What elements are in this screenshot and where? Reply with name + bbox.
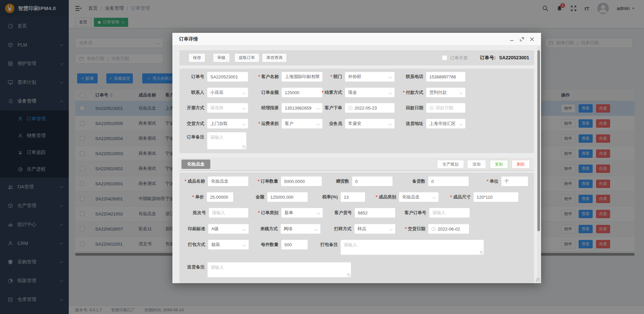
order-qty-input[interactable]: 5000.0000 xyxy=(281,176,322,186)
ship-address-select[interactable]: 上海市徐汇区 xyxy=(426,119,466,129)
field-department: 部门外协部 xyxy=(315,72,395,82)
settle-method-select[interactable]: 现金 xyxy=(345,87,395,98)
per-qty-input[interactable]: 500 xyxy=(281,240,308,250)
field-ship-remark: 送货备注请输入 xyxy=(178,262,351,277)
tax-rate-input[interactable]: 13 xyxy=(340,192,365,202)
delivery-method-select[interactable]: 上门自取 xyxy=(207,119,248,129)
salesman-select[interactable]: 常康安 xyxy=(345,119,395,129)
field-settle-method: 结算方式现金 xyxy=(315,87,395,98)
refund-date-picker[interactable]: 回款日期 xyxy=(426,103,466,113)
modal-scrollbar-thumb[interactable] xyxy=(537,50,540,231)
unit-input[interactable]: 个 xyxy=(501,176,528,186)
customer-order-date-picker[interactable]: 2022-05-23 xyxy=(345,103,395,113)
field-refund-date: 回款日期回款日期 xyxy=(396,103,466,113)
proof-method-select[interactable]: 样品 xyxy=(354,224,395,234)
customer-item-no-input[interactable]: 6652 xyxy=(355,208,395,218)
modal-resize-handle[interactable] xyxy=(536,278,540,282)
delivery-date-picker[interactable]: 2022-06-02 xyxy=(428,224,469,234)
product-tab[interactable]: 化妆品盒 xyxy=(181,160,210,169)
field-delivery-date: 交货日期2022-06-02 xyxy=(398,224,469,234)
order-no-value: SA220523001 xyxy=(499,50,529,65)
invoice-type-select[interactable]: 请选择 xyxy=(207,103,248,113)
product-size-input[interactable]: 120*110 xyxy=(473,192,519,202)
field-freight-bearer: 运费承担客户 xyxy=(252,119,323,129)
chevron-down-icon xyxy=(315,227,318,231)
field-salesman: 业务员常康安 xyxy=(315,119,395,129)
field-delivery-method: 交货方式上门自取 xyxy=(177,119,248,129)
production-plan-button[interactable]: 生产规划 xyxy=(437,160,464,169)
pack-method-select[interactable]: 箱装 xyxy=(208,240,249,250)
field-manager-assign: 经理指派13513982659 xyxy=(252,103,323,113)
modal-body: 保存 审核 提取订单 库存查询 订单开票 订单号: SA220523001 订单… xyxy=(172,46,541,283)
unit-price-input[interactable]: 25.00000 xyxy=(207,192,233,202)
audit-button[interactable]: 审核 xyxy=(213,53,230,62)
add-product-button[interactable]: 添加 xyxy=(467,160,486,169)
product-form-panel: 成品名称化妆品盒 订单数量5000.0000 赠货数0 备货数0 单位个 单价2… xyxy=(179,173,534,283)
chevron-down-icon xyxy=(242,122,246,125)
field-customer-order-date: 客户下单2022-05-23 xyxy=(315,103,395,113)
field-per-qty: 每件数量500 xyxy=(252,240,308,250)
chevron-down-icon xyxy=(243,243,246,246)
field-order-amount: 订单金额125000 xyxy=(252,87,323,98)
chevron-down-icon xyxy=(317,211,320,214)
order-no-input[interactable]: SA220523001 xyxy=(207,72,248,82)
chevron-down-icon xyxy=(389,122,392,125)
field-order-no: 订单号SA220523001 xyxy=(177,72,248,82)
field-unit: 单位个 xyxy=(472,176,528,186)
chevron-down-icon xyxy=(460,122,463,125)
field-order-type: 订单类别新单 xyxy=(252,208,323,218)
customer-order-no-input[interactable]: 请输入 xyxy=(429,208,470,218)
phone-input[interactable]: 15388997766 xyxy=(426,72,466,82)
chevron-down-icon xyxy=(389,91,392,94)
chevron-down-icon xyxy=(389,75,392,78)
order-type-select[interactable]: 新单 xyxy=(281,208,323,218)
order-remark-textarea[interactable]: 请输入 xyxy=(207,132,247,149)
product-category-select[interactable]: 化妆品盒 xyxy=(399,192,439,202)
minimize-icon[interactable] xyxy=(509,37,514,42)
field-tax-rate: 税率(%)13 xyxy=(311,192,365,202)
department-select[interactable]: 外协部 xyxy=(345,72,395,82)
draft-method-select[interactable]: 网络 xyxy=(280,224,321,234)
gift-qty-input[interactable]: 0 xyxy=(352,176,393,186)
clock-icon xyxy=(429,106,434,110)
field-product-size: 成品尺寸120*110 xyxy=(444,192,519,202)
field-customer-item-no: 客户货号6652 xyxy=(325,208,395,218)
order-form-panel: 订单号SA220523001 客户名称上海国际印刷有限 部门外协部 联系电话15… xyxy=(179,69,534,153)
print-standard-select[interactable]: A级 xyxy=(208,224,249,234)
modal-header: 订单详情 xyxy=(172,33,541,46)
chevron-down-icon xyxy=(433,195,436,199)
field-order-qty: 订单数量5000.0000 xyxy=(251,176,322,186)
amount-input[interactable]: 125000.000 xyxy=(267,192,308,202)
ship-remark-textarea[interactable]: 请输入 xyxy=(207,262,351,277)
field-gift-qty: 赠货数0 xyxy=(322,176,393,186)
extract-order-button[interactable]: 提取订单 xyxy=(234,53,259,62)
copy-product-button[interactable]: 复制 xyxy=(490,160,508,169)
field-customer-name: 客户名称上海国际印刷有限 xyxy=(252,72,323,82)
delete-product-button[interactable]: 删除 xyxy=(512,160,530,169)
save-button[interactable]: 保存 xyxy=(189,53,205,62)
order-invoice-label: 订单开票 xyxy=(450,50,468,65)
batch-no-input[interactable]: 请输入 xyxy=(209,208,249,218)
chevron-down-icon xyxy=(389,227,393,231)
pack-remark-textarea[interactable]: 请输入 xyxy=(340,240,484,255)
field-ship-address: 送货地址上海市徐汇区 xyxy=(396,119,466,129)
maximize-icon[interactable] xyxy=(520,37,524,42)
product-name-input[interactable]: 化妆品盒 xyxy=(208,176,249,186)
stock-qty-input[interactable]: 0 xyxy=(428,176,469,186)
field-pack-method: 打包方式箱装 xyxy=(178,240,249,250)
field-product-name: 成品名称化妆品盒 xyxy=(178,176,249,186)
field-phone: 联系电话15388997766 xyxy=(396,72,466,82)
modal-title: 订单详情 xyxy=(179,36,198,42)
modal-toolbar: 保存 审核 提取订单 库存查询 订单开票 订单号: SA220523001 xyxy=(179,50,534,65)
product-tabs-bar: 化妆品盒 生产规划 添加 复制 删除 xyxy=(179,158,534,171)
order-detail-modal: 订单详情 保存 审核 提取订单 库存查询 订单开票 订单号: SA2205230… xyxy=(172,33,541,283)
stock-query-button[interactable]: 库存查询 xyxy=(262,53,287,62)
field-proof-method: 打样方式样品 xyxy=(325,224,395,234)
field-unit-price: 单价25.00000 xyxy=(177,192,233,202)
clock-icon xyxy=(348,106,353,110)
field-draft-method: 来稿方式网络 xyxy=(251,224,321,234)
close-icon[interactable] xyxy=(530,37,534,42)
payment-method-select[interactable]: 货到付款 xyxy=(426,87,466,98)
contact-select[interactable]: 小花花 xyxy=(207,87,248,98)
order-invoice-checkbox[interactable] xyxy=(442,55,447,60)
